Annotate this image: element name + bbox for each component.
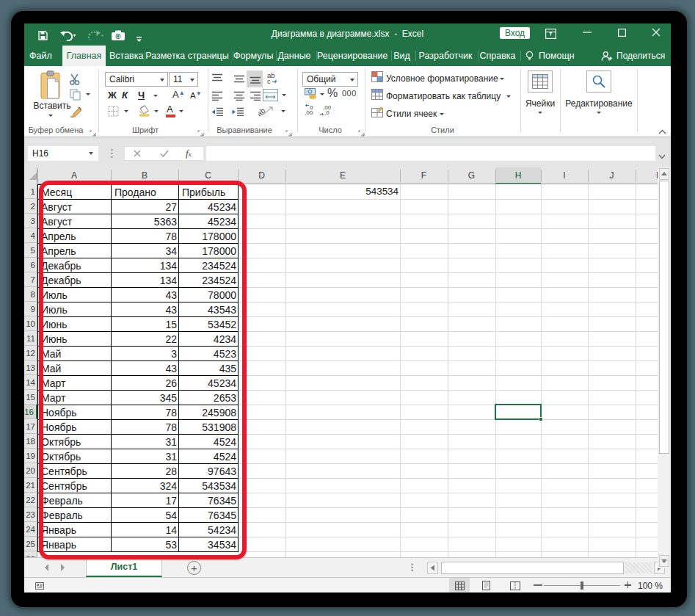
svg-text:ab: ab <box>258 106 267 117</box>
svg-text:,0: ,0 <box>324 109 330 115</box>
svg-text:,00: ,00 <box>305 109 313 115</box>
svg-text:c: c <box>267 77 271 84</box>
